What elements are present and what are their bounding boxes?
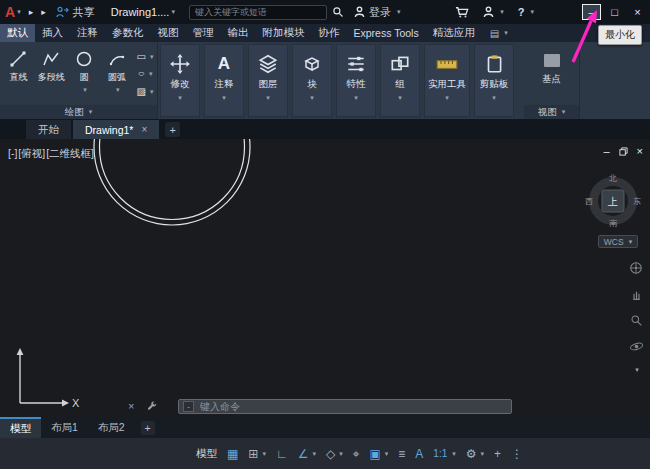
view-panel-label[interactable]: 视图 ▾	[524, 105, 579, 119]
autocad-logo-icon[interactable]: A	[5, 5, 15, 19]
view-panel: 基点 视图 ▾	[524, 42, 580, 119]
ribbon-tab-insert[interactable]: 插入	[35, 24, 70, 42]
snap-mode-toggle[interactable]: ⊞▾	[248, 448, 266, 460]
steering-wheel-icon[interactable]	[629, 261, 643, 275]
close-button[interactable]: ×	[628, 4, 647, 20]
statusbar-model-button[interactable]: 模型	[196, 447, 217, 461]
drawing1-close-icon[interactable]: ×	[141, 124, 147, 135]
wrench-icon[interactable]	[146, 400, 158, 412]
command-prompt-chip[interactable]: -	[183, 401, 194, 412]
quick-access-icon-2[interactable]: ▸	[41, 7, 46, 17]
polar-tracking-toggle[interactable]: ∠▾	[298, 448, 316, 460]
help-search-box[interactable]	[189, 5, 327, 20]
basepoint-label: 基点	[542, 73, 561, 86]
layout-tab-layout2[interactable]: 布局2	[88, 417, 135, 438]
command-input[interactable]	[200, 401, 507, 412]
hatch-button[interactable]: ▨▾	[137, 86, 154, 97]
pan-hand-icon[interactable]	[630, 288, 643, 301]
ribbon-tab-parametric[interactable]: 参数化	[105, 24, 151, 42]
layout-tab-model[interactable]: 模型	[0, 417, 41, 438]
account-button[interactable]: ▾	[483, 6, 504, 18]
collapsed-panel-block[interactable]: 块 ▾	[292, 44, 332, 117]
ribbon-tab-output[interactable]: 输出	[221, 24, 256, 42]
workspace-switcher[interactable]: ⚙▾	[466, 448, 484, 460]
help-button[interactable]: ? ▾	[518, 6, 534, 18]
ribbon-tab-view[interactable]: 视图	[151, 24, 186, 42]
collapsed-panel-groups[interactable]: 组 ▾	[380, 44, 420, 117]
quick-access-icon-1[interactable]: ▸	[29, 7, 34, 17]
ribbon-display-toggle[interactable]: ▤ ▾	[490, 24, 508, 42]
grid-toggle[interactable]: ▦	[227, 448, 238, 460]
viewcube-east[interactable]: 东	[633, 196, 641, 207]
collapsed-panel-annotation[interactable]: A 注释 ▾	[204, 44, 244, 117]
app-menu-caret-icon[interactable]: ▾	[17, 8, 21, 16]
annotation-visibility-toggle[interactable]: A	[415, 448, 423, 460]
collapsed-panel-layers[interactable]: 图层 ▾	[248, 44, 288, 117]
ribbon-tab-manage[interactable]: 管理	[186, 24, 221, 42]
osnap-tracking-icon: ⌖	[353, 448, 360, 460]
line-button[interactable]: 直线	[2, 45, 35, 105]
viewport-visual-style-control[interactable]: [二维线框]	[46, 147, 94, 161]
ribbon-tab-express-tools[interactable]: Express Tools	[347, 24, 426, 42]
new-drawing-button[interactable]: +	[165, 122, 180, 137]
search-icon[interactable]	[332, 6, 344, 18]
ortho-toggle[interactable]: ∟	[276, 448, 288, 460]
ribbon-tab-featured-apps[interactable]: 精选应用	[426, 24, 482, 42]
draw-panel-label[interactable]: 绘图 ▾	[0, 105, 157, 119]
viewcube-west[interactable]: 西	[585, 196, 593, 207]
wcs-dropdown[interactable]: WCS ▾	[598, 235, 638, 248]
basepoint-button[interactable]: 基点	[524, 44, 579, 105]
start-tab-label: 开始	[38, 123, 59, 137]
utilities-caret-icon: ▾	[445, 94, 449, 102]
maximize-button[interactable]: □	[605, 4, 624, 20]
collapsed-panel-clipboard[interactable]: 剪贴板 ▾	[474, 44, 514, 117]
viewcube[interactable]: 北 南 西 东 上	[584, 172, 642, 230]
viewport-menu-control[interactable]: [-]	[8, 147, 17, 161]
document-title-caret-icon[interactable]: ▾	[171, 8, 175, 16]
rectangle-button[interactable]: ▭▾	[137, 51, 154, 62]
collapsed-panel-modify[interactable]: 修改 ▾	[160, 44, 200, 117]
ribbon-tab-collaborate[interactable]: 协作	[312, 24, 347, 42]
ribbon-tab-annotate[interactable]: 注释	[70, 24, 105, 42]
commandline-close-icon[interactable]: ×	[128, 400, 134, 412]
object-snap-tracking-toggle[interactable]: ⌖	[353, 448, 360, 460]
annotation-scale-button[interactable]: 1:1 ▾	[433, 448, 455, 459]
signin-button[interactable]: 登录 ▾	[354, 5, 401, 20]
search-input[interactable]	[190, 7, 326, 17]
share-button[interactable]: 共享	[56, 5, 95, 20]
viewcube-top-face[interactable]: 上	[602, 190, 625, 213]
command-line[interactable]: -	[178, 399, 512, 414]
cart-icon[interactable]	[455, 6, 469, 19]
help-icon: ?	[518, 6, 525, 18]
navbar-more-caret-icon[interactable]: ▾	[635, 366, 639, 374]
viewcube-north[interactable]: 北	[609, 173, 617, 184]
new-layout-button[interactable]: +	[141, 421, 155, 435]
polyline-button[interactable]: 多段线	[35, 45, 68, 105]
ribbon-tab-home[interactable]: 默认	[0, 24, 35, 42]
file-tab-drawing1[interactable]: Drawing1* ×	[73, 120, 159, 139]
ellipse-button[interactable]: ○▾	[138, 67, 153, 81]
viewport-restore-icon[interactable]	[619, 147, 628, 156]
object-snap-toggle[interactable]: ▣▾	[369, 448, 388, 460]
annotation-monitor-toggle[interactable]: +	[494, 448, 501, 460]
viewport-minimize-icon[interactable]: –	[603, 145, 609, 157]
minimize-button[interactable]: –	[582, 4, 601, 20]
isometric-toggle[interactable]: ◇▾	[326, 448, 343, 460]
layout-tab-layout1[interactable]: 布局1	[41, 417, 88, 438]
viewport-view-control[interactable]: [俯视]	[18, 147, 45, 161]
title-bar: A ▾ ▸ ▸ 共享 Drawing1.... ▾ 登录 ▾	[0, 0, 650, 24]
file-tab-start[interactable]: 开始	[26, 120, 71, 139]
orbit-icon[interactable]	[629, 340, 644, 353]
circle-button[interactable]: 圆 ▾	[68, 45, 101, 105]
viewport-close-icon[interactable]: ×	[637, 145, 643, 157]
arc-button[interactable]: 圆弧 ▾	[100, 45, 133, 105]
ribbon-tab-addins[interactable]: 附加模块	[256, 24, 312, 42]
customization-menu[interactable]: ⋮	[511, 448, 523, 460]
lineweight-toggle[interactable]: ≡	[398, 448, 405, 460]
drawn-concentric-circles[interactable]	[0, 139, 650, 417]
collapsed-panel-properties[interactable]: 特性 ▾	[336, 44, 376, 117]
viewcube-south[interactable]: 南	[609, 218, 617, 229]
collapsed-panel-utilities[interactable]: 实用工具 ▾	[424, 44, 470, 117]
drawing-canvas[interactable]: [-] [俯视] [二维线框] – × 北 南 西 东 上 WCS ▾	[0, 139, 650, 417]
zoom-magnifier-icon[interactable]	[630, 314, 643, 327]
